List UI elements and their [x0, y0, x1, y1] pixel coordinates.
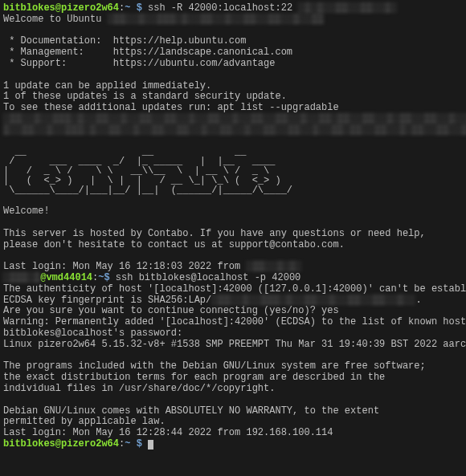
cursor-icon: [148, 440, 153, 450]
auth-msg-1: The authenticity of host '[localhost]:42…: [3, 284, 463, 295]
debian-msg-5: permitted by applicable law.: [3, 417, 463, 428]
ssh-dest-obscured: ░▒░▒░░▒▒░░▒▒░░▒░: [298, 3, 397, 14]
debian-msg-1: The programs included with the Debian GN…: [3, 361, 463, 372]
update-msg-1: 1 update can be applied immediately.: [3, 81, 463, 92]
welcome-ubuntu: Welcome to Ubuntu ░▒▒░░▒░░▒▒▒░▒░░▒▒░░▒░░…: [3, 14, 463, 26]
auth-msg-4: Warning: Permanently added '[localhost]:…: [3, 317, 463, 328]
last-login-2: Last login: Mon May 16 12:28:44 2022 fro…: [3, 428, 463, 439]
debian-msg-4: Debian GNU/Linux comes with ABSOLUTELY N…: [3, 406, 463, 417]
auth-msg-5: bitblokes@localhost's password:: [3, 328, 463, 340]
doc-line: * Documentation: https://help.ubuntu.com: [3, 36, 463, 47]
welcome-contabo: Welcome!: [3, 206, 463, 218]
last-login-1: Last login: Mon May 16 12:18:03 2022 fro…: [3, 262, 463, 273]
debian-msg-3: individual files in /usr/share/doc/*/cop…: [3, 384, 463, 395]
auth-msg-3: Are you sure you want to continue connec…: [3, 306, 463, 317]
host-2: @vmd44014: [40, 272, 92, 283]
user-host-3: bitblokes@pizero2w64: [3, 438, 119, 450]
motd-noise-2: ▒░░▒▒░░▒░░▒▒▒░▒░░▒▒░░▒░░▒▒░░▒▒░░▒░░▒▒░░▒…: [3, 125, 466, 136]
user-obscured-2: ░▒▒▒░▒: [3, 273, 40, 284]
prompt-line-2: ░▒▒▒░▒@vmd44014:~$ ssh bitblokes@localho…: [3, 273, 463, 284]
contabo-ascii-5: \______\____/|___|__/ |__| (______/|____…: [3, 185, 463, 195]
auth-msg-2: ECDSA key fingerprint is SHA256:LAp/░▒▒░…: [3, 295, 463, 307]
path-2: ~$: [98, 272, 116, 283]
linux-banner: Linux pizero2w64 5.15.32-v8+ #1538 SMP P…: [3, 340, 463, 351]
prompt-line-3[interactable]: bitblokes@pizero2w64:~ $: [3, 439, 463, 450]
path-1: ~ $: [125, 2, 148, 14]
cmd-1: ssh -R 42000:localhost:22: [148, 2, 292, 14]
cmd-2: ssh bitblokes@localhost -p 42000: [116, 272, 300, 283]
hosted-msg-2: please don't hesitate to contact us at s…: [3, 240, 463, 251]
path-3: ~ $: [125, 438, 148, 450]
hosted-msg-1: This server is hosted by Contabo. If you…: [3, 229, 463, 240]
motd-noise-1: ░▒▒░░▒░░▒▒▒░▒░░▒▒░░▒░░▒▒░░▒▒░░▒░░▒▒░░▒░░…: [3, 114, 466, 125]
debian-msg-2: the exact distribution terms for each pr…: [3, 372, 463, 384]
prompt-line-1: bitblokes@pizero2w64:~ $ ssh -R 42000:lo…: [3, 3, 463, 14]
user-host-1: bitblokes@pizero2w64: [3, 2, 119, 14]
update-msg-3: To see these additional updates run: apt…: [3, 103, 463, 114]
support-line: * Support: https://ubuntu.com/advantage: [3, 59, 463, 70]
mgmt-line: * Management: https://landscape.canonica…: [3, 47, 463, 59]
update-msg-2: 1 of these updates is a standard securit…: [3, 92, 463, 103]
